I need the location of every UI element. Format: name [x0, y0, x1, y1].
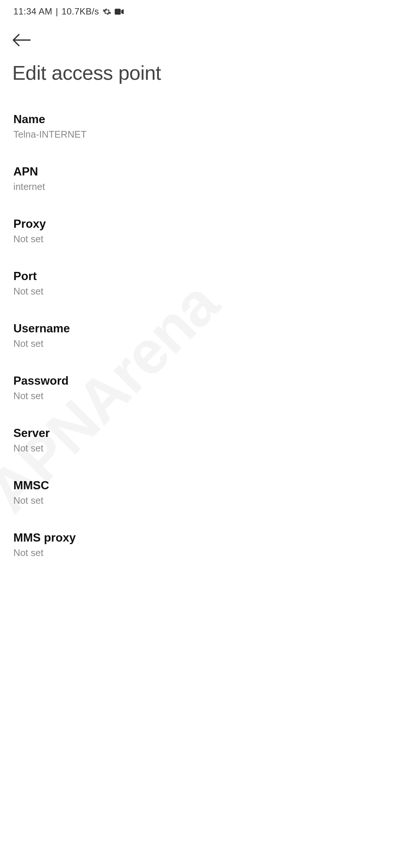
svg-rect-1	[115, 9, 121, 15]
page-title: Edit access point	[0, 49, 267, 100]
port-row[interactable]: Port Not set	[0, 257, 267, 309]
server-row[interactable]: Server Not set	[0, 414, 267, 466]
status-time: 11:34 AM	[13, 7, 52, 17]
apn-name-value: Telna-INTERNET	[13, 129, 87, 140]
status-bar: 11:34 AM | 10.7KB/s 4G	[0, 0, 267, 23]
port-label: Port	[13, 269, 43, 283]
username-value: Not set	[13, 338, 70, 349]
username-row[interactable]: Username Not set	[0, 309, 267, 362]
apn-label: APN	[13, 165, 45, 178]
gear-icon	[102, 7, 111, 16]
password-label: Password	[13, 374, 69, 387]
settings-list: Name Telna-INTERNET APN internet Proxy N…	[0, 100, 267, 571]
camera-icon	[115, 7, 124, 16]
password-value: Not set	[13, 391, 69, 402]
status-net-speed: 10.7KB/s	[62, 7, 99, 17]
password-row[interactable]: Password Not set	[0, 362, 267, 414]
mmsc-label: MMSC	[13, 479, 49, 492]
proxy-label: Proxy	[13, 217, 46, 230]
username-label: Username	[13, 322, 70, 335]
mmsc-row[interactable]: MMSC Not set	[0, 466, 267, 519]
server-value: Not set	[13, 443, 50, 454]
server-label: Server	[13, 426, 50, 440]
back-button[interactable]	[12, 33, 31, 49]
apn-name-row[interactable]: Name Telna-INTERNET	[0, 100, 267, 152]
mms-proxy-label: MMS proxy	[13, 531, 76, 544]
mms-proxy-row[interactable]: MMS proxy Not set	[0, 519, 267, 571]
apn-name-label: Name	[13, 112, 87, 126]
mmsc-value: Not set	[13, 495, 49, 506]
apn-row[interactable]: APN internet	[0, 152, 267, 205]
back-arrow-icon	[12, 33, 31, 47]
apn-value: internet	[13, 181, 45, 193]
mms-proxy-value: Not set	[13, 548, 76, 559]
proxy-value: Not set	[13, 234, 46, 245]
proxy-row[interactable]: Proxy Not set	[0, 205, 267, 257]
port-value: Not set	[13, 286, 43, 297]
